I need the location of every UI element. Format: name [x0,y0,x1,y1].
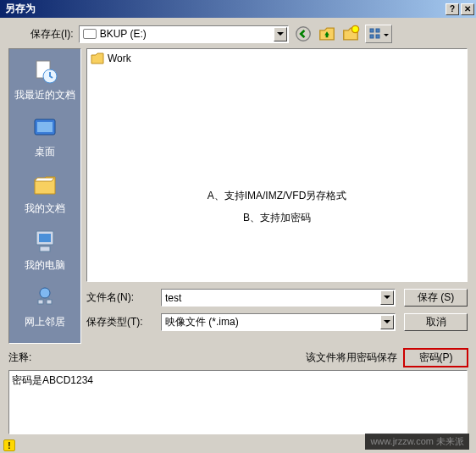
filename-label: 文件名(N): [86,290,152,305]
computer-icon [31,228,58,255]
new-folder-icon[interactable] [341,25,360,43]
network-icon [31,285,58,312]
filename-input[interactable]: test [161,289,396,307]
help-button[interactable]: ? [446,3,459,15]
filetype-label: 保存类型(T): [86,315,152,329]
drive-icon [83,29,97,39]
save-in-label: 保存在(I): [30,27,74,41]
svg-point-0 [296,27,310,41]
svg-rect-12 [40,246,50,251]
desktop-icon [31,114,58,141]
svg-rect-4 [370,35,374,38]
title-bar: 另存为 ? ✕ [0,0,476,18]
sidebar-item-computer[interactable]: 我的电脑 [9,224,80,281]
hint-text: A、支持IMA/IMZ/VFD另存格式 B、支持加密码 [87,185,467,229]
sidebar-item-label: 我的文档 [11,202,79,216]
warning-icon: ! [3,439,15,451]
svg-rect-5 [376,35,379,38]
sidebar-item-desktop[interactable]: 桌面 [9,111,80,168]
password-hint: 该文件将用密码保存 [306,351,397,365]
svg-rect-9 [37,122,53,132]
window-title: 另存为 [2,2,444,16]
chevron-down-icon[interactable] [274,27,287,41]
folder-label: Work [108,52,131,64]
svg-rect-14 [38,300,43,304]
sidebar-item-recent[interactable]: 我最近的文档 [9,54,80,111]
notes-label: 注释: [8,351,31,365]
toolbar: 保存在(I): BKUP (E:) [0,18,476,48]
cancel-button[interactable]: 取消 [404,313,468,331]
places-sidebar: 我最近的文档 桌面 我的文档 我的电脑 网上邻居 [8,48,81,344]
svg-point-13 [40,288,50,298]
back-icon[interactable] [294,25,313,43]
sidebar-item-label: 桌面 [11,145,79,159]
chevron-down-icon[interactable] [380,290,394,305]
svg-rect-2 [370,29,374,32]
sidebar-item-label: 网上邻居 [11,315,79,329]
recent-docs-icon [31,58,58,85]
drive-text: BKUP (E:) [100,28,147,40]
sidebar-item-label: 我最近的文档 [11,88,79,102]
documents-icon [31,171,58,198]
svg-rect-11 [39,234,51,242]
folder-item-work[interactable]: Work [91,52,463,64]
sidebar-item-documents[interactable]: 我的文档 [9,168,80,224]
svg-point-1 [351,25,358,32]
watermark: www.jrzzw.com 未来派 [365,434,469,450]
close-button[interactable]: ✕ [461,3,474,15]
filetype-dropdown[interactable]: 映像文件 (*.ima) [161,313,396,331]
up-folder-icon[interactable] [318,25,336,43]
chevron-down-icon[interactable] [380,315,394,329]
drive-dropdown[interactable]: BKUP (E:) [79,25,289,43]
sidebar-item-network[interactable]: 网上邻居 [9,281,80,338]
svg-rect-3 [376,29,379,32]
password-button[interactable]: 密码(P) [404,349,468,367]
save-button[interactable]: 保存 (S) [404,289,468,307]
file-list[interactable]: Work A、支持IMA/IMZ/VFD另存格式 B、支持加密码 [86,48,468,282]
svg-rect-15 [47,300,52,304]
folder-icon [91,52,104,64]
sidebar-item-label: 我的电脑 [11,258,79,273]
views-menu-icon[interactable] [365,25,392,43]
notes-textarea[interactable]: 密码是ABCD1234 [8,370,468,434]
